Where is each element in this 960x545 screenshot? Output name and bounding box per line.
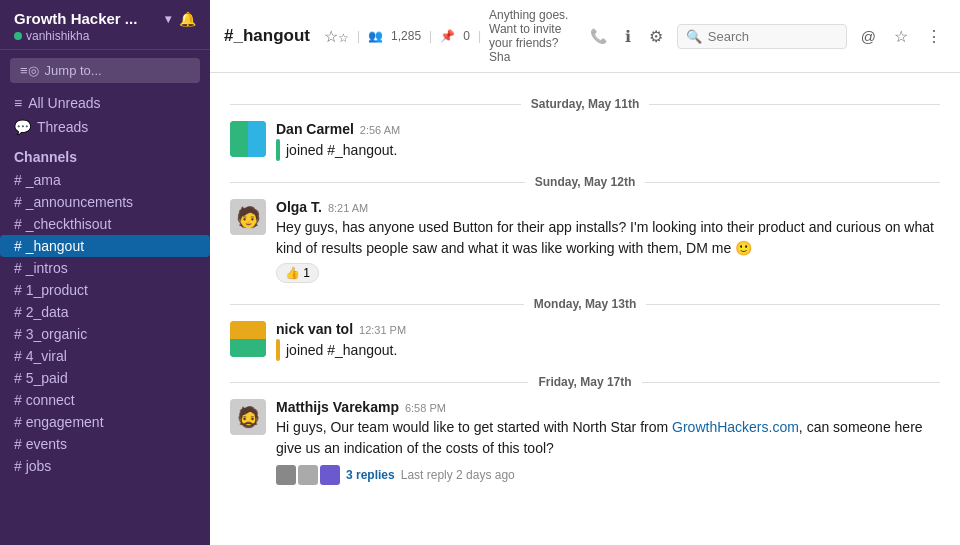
search-icon: 🔍 <box>686 29 702 44</box>
message-meta: nick van tol12:31 PM <box>276 321 940 337</box>
join-bar <box>276 339 280 361</box>
join-text: joined #_hangout. <box>286 142 397 158</box>
replies-time: Last reply 2 days ago <box>401 468 515 482</box>
sidebar-item-_ama[interactable]: # _ama <box>0 169 210 191</box>
phone-button[interactable] <box>586 23 611 49</box>
message-content: nick van tol12:31 PMjoined #_hangout. <box>276 321 940 361</box>
sidebar-item-events[interactable]: # events <box>0 433 210 455</box>
message-row: 🧑Olga T.8:21 AMHey guys, has anyone used… <box>230 199 940 283</box>
sidebar-item-_checkthisout[interactable]: # _checkthisout <box>0 213 210 235</box>
channel-meta: ☆ | 👥 1,285 | 📌 0 | Anything goes. Want … <box>324 8 576 64</box>
search-input[interactable] <box>708 29 838 44</box>
bell-icon[interactable] <box>179 10 196 27</box>
svg-rect-3 <box>230 339 266 357</box>
sidebar-item-engagement[interactable]: # engagement <box>0 411 210 433</box>
message-time: 8:21 AM <box>328 202 368 214</box>
more-button[interactable]: ⋮ <box>922 23 946 50</box>
avatar[interactable] <box>230 121 266 157</box>
jump-to-label: Jump to... <box>45 63 102 78</box>
message-time: 6:58 PM <box>405 402 446 414</box>
phone-icon <box>590 27 607 45</box>
online-status-dot <box>14 32 22 40</box>
threads-label: Threads <box>37 119 88 135</box>
sidebar-item-2_data[interactable]: # 2_data <box>0 301 210 323</box>
message-meta: Matthijs Varekamp6:58 PM <box>276 399 940 415</box>
avatar[interactable]: 🧑 <box>230 199 266 235</box>
message-author[interactable]: nick van tol <box>276 321 353 337</box>
avatar[interactable] <box>230 321 266 357</box>
message-link[interactable]: GrowthHackers.com <box>672 419 799 435</box>
all-unreads-label: All Unreads <box>28 95 100 111</box>
jump-to-icon: ≡◎ <box>20 63 39 78</box>
more-icon: ⋮ <box>926 27 942 46</box>
sidebar-item-4_viral[interactable]: # 4_viral <box>0 345 210 367</box>
sidebar-item-connect[interactable]: # connect <box>0 389 210 411</box>
search-box[interactable]: 🔍 <box>677 24 847 49</box>
replies-row: 3 repliesLast reply 2 days ago <box>276 465 940 485</box>
reply-avatar <box>298 465 318 485</box>
message-text: Hey guys, has anyone used Button for the… <box>276 217 940 259</box>
date-divider: Monday, May 13th <box>230 297 940 311</box>
message-text: Hi guys, Our team would like to get star… <box>276 417 940 459</box>
all-unreads-item[interactable]: ≡ All Unreads <box>0 91 210 115</box>
channels-header: Channels <box>0 139 210 169</box>
gear-icon: ⚙ <box>649 27 663 46</box>
replies-link[interactable]: 3 replies <box>346 468 395 482</box>
star-channel-button[interactable]: ☆ <box>890 23 912 50</box>
jump-to-button[interactable]: ≡◎ Jump to... <box>10 58 200 83</box>
settings-button[interactable]: ⚙ <box>645 23 667 50</box>
reply-avatar <box>276 465 296 485</box>
sidebar-item-3_organic[interactable]: # 3_organic <box>0 323 210 345</box>
join-message: joined #_hangout. <box>276 139 940 161</box>
unreads-icon: ≡ <box>14 95 22 111</box>
threads-item[interactable]: 💬 Threads <box>0 115 210 139</box>
star-icon[interactable]: ☆ <box>324 27 349 46</box>
channels-list: # _ama# _announcements# _checkthisout# _… <box>0 169 210 477</box>
chevron-down-icon[interactable]: ▾ <box>165 12 171 26</box>
sidebar-item-_intros[interactable]: # _intros <box>0 257 210 279</box>
message-content: Dan Carmel2:56 AMjoined #_hangout. <box>276 121 940 161</box>
sidebar-item-_announcements[interactable]: # _announcements <box>0 191 210 213</box>
workspace-icons: ▾ <box>165 10 196 27</box>
message-meta: Olga T.8:21 AM <box>276 199 940 215</box>
avatar[interactable]: 🧔 <box>230 399 266 435</box>
sidebar-header: Growth Hacker ... ▾ vanhishikha <box>0 0 210 50</box>
message-author[interactable]: Olga T. <box>276 199 322 215</box>
info-button[interactable]: ℹ <box>621 23 635 50</box>
date-divider: Friday, May 17th <box>230 375 940 389</box>
message-time: 12:31 PM <box>359 324 406 336</box>
reply-avatar <box>320 465 340 485</box>
sidebar-item-_hangout[interactable]: # _hangout <box>0 235 210 257</box>
username-label: vanhishikha <box>26 29 89 43</box>
reply-avatars <box>276 465 340 485</box>
message-author[interactable]: Dan Carmel <box>276 121 354 137</box>
svg-rect-2 <box>230 321 266 339</box>
message-row: nick van tol12:31 PMjoined #_hangout. <box>230 321 940 361</box>
threads-icon: 💬 <box>14 119 31 135</box>
join-text: joined #_hangout. <box>286 342 397 358</box>
pin-icon: 📌 <box>440 29 455 43</box>
messages-area: Saturday, May 11thDan Carmel2:56 AMjoine… <box>210 73 960 545</box>
sidebar-item-jobs[interactable]: # jobs <box>0 455 210 477</box>
message-author[interactable]: Matthijs Varekamp <box>276 399 399 415</box>
join-bar <box>276 139 280 161</box>
reaction[interactable]: 👍 1 <box>276 263 319 283</box>
sidebar-item-5_paid[interactable]: # 5_paid <box>0 367 210 389</box>
workspace-user: vanhishikha <box>14 29 196 43</box>
info-icon: ℹ <box>625 27 631 46</box>
members-icon: 👥 <box>368 29 383 43</box>
channel-header: #_hangout ☆ | 👥 1,285 | 📌 0 | Anything g… <box>210 0 960 73</box>
sidebar-item-1_product[interactable]: # 1_product <box>0 279 210 301</box>
workspace-name-row: Growth Hacker ... ▾ <box>14 10 196 27</box>
message-row: Dan Carmel2:56 AMjoined #_hangout. <box>230 121 940 161</box>
header-icons: ℹ ⚙ 🔍 @ ☆ ⋮ <box>586 23 946 50</box>
pinned-count: 0 <box>463 29 470 43</box>
channel-description: Anything goes. Want to invite your frien… <box>489 8 576 64</box>
message-meta: Dan Carmel2:56 AM <box>276 121 940 137</box>
message-row: 🧔Matthijs Varekamp6:58 PMHi guys, Our te… <box>230 399 940 485</box>
workspace-name-label[interactable]: Growth Hacker ... <box>14 10 137 27</box>
svg-rect-0 <box>230 121 248 157</box>
sidebar-list: ≡◎ Jump to... ≡ All Unreads 💬 Threads Ch… <box>0 50 210 545</box>
at-button[interactable]: @ <box>857 24 880 49</box>
date-divider: Sunday, May 12th <box>230 175 940 189</box>
